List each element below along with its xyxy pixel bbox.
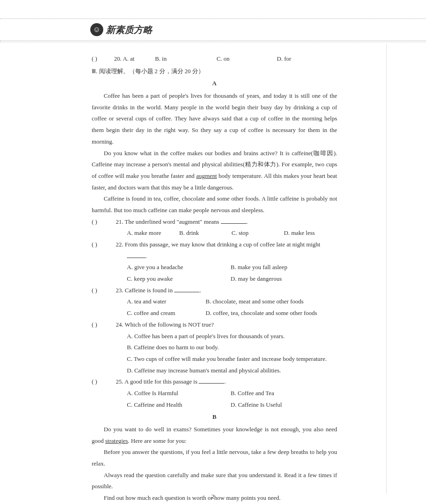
section-3-title: Ⅲ. 阅读理解。（每小题 2 分，满分 20 分） [92, 66, 337, 77]
page-number: 2 [0, 493, 426, 500]
passage-b-p1: Do you want to do well in exams? Sometim… [92, 424, 337, 447]
option-c: C. Caffeine and Health [127, 399, 231, 411]
option-c: C. on [217, 53, 277, 65]
q23-options-row2: C. coffee and cream D. coffee, tea, choc… [92, 308, 337, 319]
option-d: D. Caffeine may increase human's mental … [92, 365, 337, 377]
question-20: ( ) 20. A. at B. in C. on D. for [92, 53, 337, 65]
passage-a-label: A [92, 78, 337, 89]
option-b: B. in [155, 53, 217, 65]
q25-options-row1: A. Coffee Is Harmful B. Coffee and Tea [92, 388, 337, 399]
option-c: C. coffee and cream [127, 308, 206, 319]
q22-options-row2: C. keep you awake D. may be dangerous [92, 273, 337, 285]
option-a: A. Coffee Is Harmful [127, 388, 231, 399]
underlined-word: augment [196, 172, 217, 179]
option-b: B. make you fall asleep [231, 262, 287, 273]
option-d: D. coffee, tea, chocolate and some other… [206, 308, 317, 319]
option-d: D. may be dangerous [231, 273, 282, 285]
option-b: B. Caffeine does no harm to our body. [92, 342, 337, 353]
option-d: D. for [277, 53, 337, 65]
passage-b-p2: Before you answer the questions, if you … [92, 447, 337, 469]
answer-blank[interactable]: ( ) [92, 53, 114, 65]
underlined-word: strategies [105, 437, 128, 444]
passage-a-p1: Coffee has been a part of people's lives… [92, 90, 337, 147]
question-21: ( ) 21. The underlined word "augment" me… [92, 216, 337, 228]
option-c: C. keep you awake [127, 273, 231, 285]
passage-b-label: B [92, 411, 337, 423]
header-logo: ☺ 新素质方略 [90, 23, 152, 36]
logo-icon: ☺ [90, 23, 103, 36]
answer-blank[interactable]: ( ) [92, 285, 116, 296]
option-c: C. Two cups of coffee will make you brea… [92, 353, 337, 365]
answer-blank[interactable]: ( ) [92, 239, 116, 251]
q22-options-row1: A. give you a headache B. make you fall … [92, 262, 337, 273]
logo-text: 新素质方略 [106, 24, 152, 36]
question-22: ( ) 22. From this passage, we may know t… [92, 239, 337, 251]
option-b: B. Coffee and Tea [231, 388, 274, 399]
passage-b-p3: Always read the question carefully and m… [92, 470, 337, 492]
option-d: D. make less [284, 227, 336, 239]
question-23: ( ) 23. Caffeine is found in . [92, 285, 337, 296]
option-b: B. drink [179, 227, 232, 239]
answer-blank[interactable]: ( ) [92, 216, 116, 228]
page-edge [386, 44, 387, 493]
passage-a-p3: Caffeine is found in tea, coffee, chocol… [92, 193, 337, 216]
passage-a-p2: Do you know what in the coffee makes our… [92, 148, 337, 194]
option-a: A. tea and water [127, 296, 206, 308]
option-a: 20. A. at [114, 53, 155, 65]
option-a: A. make more [127, 227, 179, 239]
option-d: D. Caffeine Is Useful [231, 399, 282, 411]
q23-options-row1: A. tea and water B. chocolate, meat and … [92, 296, 337, 308]
page-content: ( ) 20. A. at B. in C. on D. for Ⅲ. 阅读理解… [92, 53, 337, 504]
answer-blank[interactable]: ( ) [92, 376, 116, 388]
option-b: B. chocolate, meat and some other foods [206, 296, 304, 308]
option-a: A. give you a headache [127, 262, 231, 273]
q25-options-row2: C. Caffeine and Health D. Caffeine Is Us… [92, 399, 337, 411]
question-25: ( ) 25. A good title for this passage is… [92, 376, 337, 388]
option-c: C. stop [232, 227, 284, 239]
question-24: ( ) 24. Which of the following is NOT tr… [92, 319, 337, 331]
answer-blank[interactable]: ( ) [92, 319, 116, 331]
option-a: A. Coffee has been a part of people's li… [92, 331, 337, 342]
q21-options: A. make more B. drink C. stop D. make le… [92, 227, 337, 239]
